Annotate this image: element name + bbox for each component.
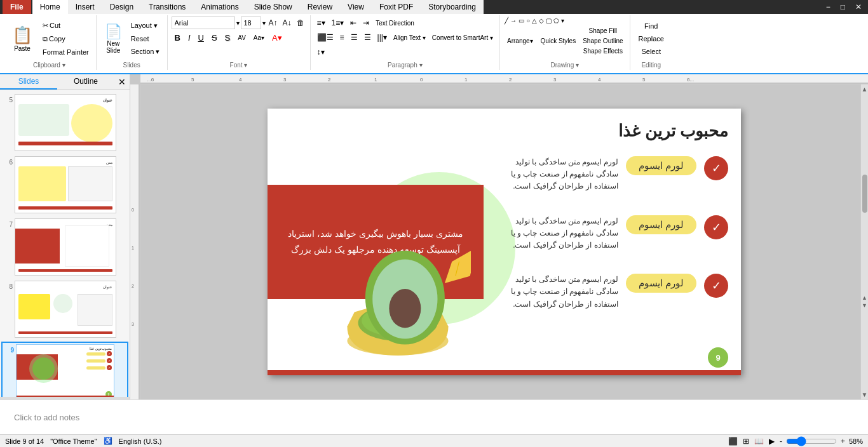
slide-thumb-7[interactable]: 7 متن [1,217,128,277]
underline-button[interactable]: U [195,31,207,44]
maximize-icon[interactable]: □ [837,1,849,13]
close-panel-button[interactable]: ✕ [114,74,130,90]
file-button[interactable]: File [3,0,31,14]
shapes-more-icon[interactable]: ▾ [560,17,565,25]
slide-thumb-5[interactable]: 5 عنوان [1,93,128,152]
strikethrough-button[interactable]: S [208,31,220,44]
arrange-button[interactable]: Arrange▾ [504,36,536,46]
number-list-button[interactable]: 1≡▾ [329,17,347,29]
line-spacing-button[interactable]: ↕▾ [315,46,327,58]
scroll-thumb[interactable] [862,175,867,213]
format-painter-button[interactable]: Format Painter [39,46,92,58]
slide-info: Slide 9 of 14 [5,437,44,445]
columns-button[interactable]: |||▾ [375,31,390,44]
font-color-button[interactable]: A▾ [269,31,285,44]
editing-group: Find Replace Select Editing [630,15,672,70]
align-left-button[interactable]: ⬛☰ [315,31,336,44]
text-direction-button[interactable]: Text Direction [373,18,417,29]
slide-thumb-6[interactable]: 6 متن [1,155,128,215]
section-button[interactable]: Section ▾ [128,46,163,58]
center-button[interactable]: ≡ [337,31,347,44]
shape-rect-icon[interactable]: ▭ [518,17,525,25]
zoom-slider[interactable] [786,437,837,445]
align-text-button[interactable]: Align Text ▾ [391,32,428,43]
slide-thumb-9[interactable]: 9 محبوب ترین غذا ✓ ✓ [1,342,128,397]
italic-button[interactable]: I [185,31,194,44]
align-right-button[interactable]: ☰ [348,31,360,44]
tab-view[interactable]: View [340,0,372,14]
shape-triangle-icon[interactable]: △ [531,17,538,25]
font-size-dropdown-icon[interactable]: ▾ [262,20,266,27]
minimize-icon[interactable]: − [822,1,834,13]
find-button[interactable]: Find [634,20,668,32]
canvas-scroll-area: محبوب ترین غذا مشتری بسیار باهوش بیگیری … [140,84,868,399]
grow-font-button[interactable]: A↑ [267,17,280,29]
tab-home[interactable]: Home [32,0,68,14]
tab-insert[interactable]: Insert [68,0,102,14]
canvas-scrollbar-v[interactable]: ▲ ▲ ▼ ▼ [860,84,868,399]
quick-styles-button[interactable]: Quick Styles [538,36,580,46]
layout-button[interactable]: Layout ▾ [128,20,163,32]
replace-button[interactable]: Replace [634,33,668,44]
shape-arrow-icon[interactable]: → [510,17,517,25]
svg-text:3: 3 [283,77,287,83]
bold-button[interactable]: B [172,31,184,44]
shape-effects-button[interactable]: Shape Effects [580,46,625,56]
reading-view-button[interactable]: 📖 [753,436,765,447]
shape-outline-button[interactable]: Shape Outline [580,36,625,46]
svg-text:5: 5 [191,77,194,83]
tab-transitions[interactable]: Transitions [141,0,193,14]
shape-fill-button[interactable]: Shape Fill [580,26,625,36]
copy-button[interactable]: ⧉ Copy [39,33,92,45]
change-case-button[interactable]: Aa▾ [250,32,268,43]
font-size-input[interactable] [241,17,261,29]
char-spacing-button[interactable]: AV [234,32,249,43]
slide-canvas[interactable]: محبوب ترین غذا مشتری بسیار باهوش بیگیری … [268,109,741,375]
zoom-out-button[interactable]: - [778,436,783,447]
shape-line-icon[interactable]: ╱ [504,17,509,25]
shadow-button[interactable]: S [222,31,234,44]
panel-resize-handle[interactable] [0,397,130,399]
language-info[interactable]: English (U.S.) [119,437,162,445]
slide-thumb-8[interactable]: 8 عنوان [1,279,128,339]
tab-design[interactable]: Design [102,0,141,14]
notes-area[interactable]: Click to add notes [0,399,868,434]
shrink-font-button[interactable]: A↓ [281,17,294,29]
cut-button[interactable]: ✂ Cut [39,20,92,32]
shape-diamond-icon[interactable]: ◇ [538,17,545,25]
font-name-dropdown-icon[interactable]: ▾ [236,20,240,27]
slide-sorter-button[interactable]: ⊞ [742,436,750,447]
select-button[interactable]: Select [634,46,668,57]
normal-view-button[interactable]: ⬛ [727,436,739,447]
shape-rounded-rect-icon[interactable]: ▢ [545,17,552,25]
clear-format-button[interactable]: 🗑 [295,17,306,29]
shape-pentagon-icon[interactable]: ⬠ [553,17,560,25]
tab-foxitpdf[interactable]: Foxit PDF [372,0,421,14]
slideshow-button[interactable]: ▶ [768,436,776,447]
new-slide-button[interactable]: 📄 New Slide [100,20,126,57]
shape-oval-icon[interactable]: ○ [526,17,531,25]
check-badge-3: ✓ [704,274,728,298]
scroll-next-button[interactable]: ▼ [861,302,868,309]
outline-tab[interactable]: Outline [57,74,114,90]
tab-slideshow[interactable]: Slide Show [247,0,300,14]
justify-button[interactable]: ☰ [362,31,374,44]
font-name-input[interactable] [172,17,235,29]
paste-button[interactable]: 📋 Paste [6,22,38,55]
close-icon[interactable]: ✕ [851,1,865,13]
zoom-in-button[interactable]: + [839,436,846,447]
tab-animations[interactable]: Animations [193,0,246,14]
accessibility-icon[interactable]: ♿ [104,437,112,445]
convert-smartart-button[interactable]: Convert to SmartArt ▾ [430,32,496,43]
decrease-indent-button[interactable]: ⇤ [348,17,359,29]
reset-button[interactable]: Reset [128,33,163,44]
scroll-prev-button[interactable]: ▲ [861,294,868,302]
bullet-list-button[interactable]: ≡▾ [315,17,328,29]
slides-tab[interactable]: Slides [0,74,57,90]
increase-indent-button[interactable]: ⇥ [360,17,372,29]
slide-title: محبوب ترین غذا [618,121,728,141]
tab-review[interactable]: Review [300,0,340,14]
scroll-up-arrow[interactable]: ▲ [862,86,868,93]
scroll-down-arrow[interactable]: ▼ [862,391,868,398]
tab-storyboarding[interactable]: Storyboarding [421,0,484,14]
